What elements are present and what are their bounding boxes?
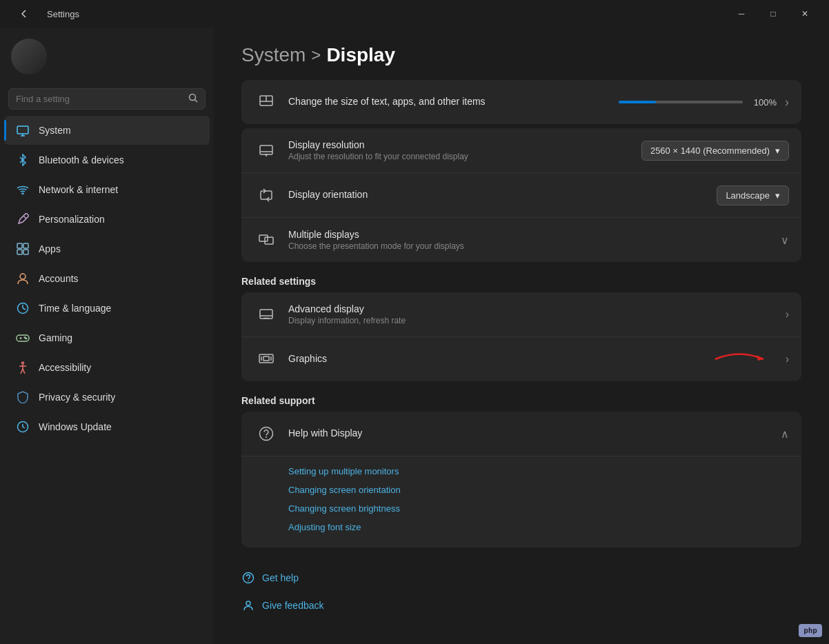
give-feedback-icon [241, 598, 255, 612]
svg-rect-31 [265, 237, 273, 244]
resolution-title: Display resolution [288, 139, 641, 150]
sidebar-item-time[interactable]: Time & language [4, 294, 210, 323]
settings-item-orientation[interactable]: Display orientation Landscape ▾ [241, 173, 801, 218]
svg-point-20 [22, 362, 24, 364]
svg-line-1 [195, 100, 198, 103]
scale-slider[interactable] [619, 101, 743, 103]
orientation-control: Landscape ▾ [717, 185, 789, 205]
settings-item-help[interactable]: Help with Display ∧ [241, 412, 801, 456]
svg-rect-9 [17, 250, 22, 254]
link-font-size[interactable]: Adjusting font size [288, 518, 789, 536]
resolution-value: 2560 × 1440 (Recommended) [650, 145, 770, 156]
sidebar-label-bluetooth: Bluetooth & devices [39, 154, 124, 165]
avatar[interactable] [11, 39, 47, 74]
orientation-dropdown[interactable]: Landscape ▾ [717, 185, 789, 205]
personalization-icon [15, 212, 30, 227]
svg-point-40 [260, 427, 273, 441]
give-feedback-item[interactable]: Give feedback [241, 592, 801, 619]
chevron-down-multiple: ∨ [781, 234, 789, 247]
sidebar-label-accounts: Accounts [39, 273, 79, 284]
settings-item-scale[interactable]: Change the size of text, apps, and other… [241, 80, 801, 124]
settings-item-multiple-displays[interactable]: Multiple displays Choose the presentatio… [241, 218, 801, 262]
red-arrow-annotation [712, 345, 774, 373]
privacy-icon [15, 390, 30, 405]
graphics-icon [254, 347, 279, 372]
chevron-down-orientation: ▾ [775, 190, 780, 201]
link-screen-brightness[interactable]: Changing screen brightness [288, 499, 789, 518]
settings-item-resolution[interactable]: Display resolution Adjust the resolution… [241, 128, 801, 173]
svg-rect-10 [23, 250, 28, 254]
multiple-displays-icon [254, 228, 279, 252]
sidebar-item-bluetooth[interactable]: Bluetooth & devices [4, 145, 210, 174]
window-controls: ─ □ ✕ [726, 3, 821, 25]
link-screen-orientation[interactable]: Changing screen orientation [288, 481, 789, 499]
get-help-label: Get help [262, 572, 299, 583]
svg-point-11 [20, 274, 26, 279]
minimize-button[interactable]: ─ [726, 3, 757, 25]
resolution-dropdown[interactable]: 2560 × 1440 (Recommended) ▾ [641, 141, 789, 161]
sidebar-label-network: Network & internet [39, 184, 118, 195]
main-content: System > Display Change the size of text… [214, 28, 829, 644]
sidebar-item-privacy[interactable]: Privacy & security [4, 383, 210, 412]
svg-rect-8 [23, 243, 28, 248]
svg-rect-25 [260, 145, 272, 154]
breadcrumb-parent[interactable]: System [241, 44, 306, 66]
sidebar-label-apps: Apps [39, 243, 61, 254]
chevron-right-advanced: › [786, 308, 789, 321]
related-settings-header: Related settings [241, 276, 801, 287]
sidebar-item-apps[interactable]: Apps [4, 234, 210, 263]
orientation-text: Display orientation [288, 189, 717, 201]
maximize-button[interactable]: □ [757, 3, 789, 25]
breadcrumb: System > Display [241, 28, 801, 80]
get-help-icon [241, 571, 255, 585]
sidebar-label-gaming: Gaming [39, 332, 72, 343]
chevron-down-scale: › [785, 95, 789, 110]
sidebar-item-update[interactable]: Windows Update [4, 412, 210, 441]
close-button[interactable]: ✕ [789, 3, 821, 25]
sidebar-item-network[interactable]: Network & internet [4, 175, 210, 204]
get-help-item[interactable]: Get help [241, 564, 801, 592]
settings-item-graphics[interactable]: Graphics › [241, 337, 801, 381]
advanced-display-control: › [786, 308, 789, 321]
svg-point-5 [22, 193, 23, 194]
advanced-display-icon [254, 302, 279, 327]
svg-marker-39 [757, 355, 763, 361]
update-icon [15, 419, 30, 434]
sidebar-label-update: Windows Update [39, 421, 112, 432]
search-input[interactable] [16, 94, 183, 104]
time-icon [15, 301, 30, 316]
graphics-text: Graphics [288, 353, 786, 365]
sidebar: System Bluetooth & devices [0, 28, 214, 644]
scale-control: 100% › [619, 95, 789, 110]
svg-point-18 [24, 337, 26, 339]
accessibility-icon [15, 360, 30, 375]
back-button[interactable] [8, 3, 40, 25]
sidebar-item-accounts[interactable]: Accounts [4, 264, 210, 293]
breadcrumb-current: Display [326, 44, 395, 66]
search-icon [188, 93, 198, 105]
sidebar-label-accessibility: Accessibility [39, 362, 91, 373]
display-settings-section: Display resolution Adjust the resolution… [241, 128, 801, 262]
chevron-down-resolution: ▾ [775, 145, 780, 156]
sidebar-item-gaming[interactable]: Gaming [4, 323, 210, 352]
breadcrumb-separator: > [311, 46, 321, 65]
svg-rect-7 [17, 243, 22, 248]
multiple-displays-text: Multiple displays Choose the presentatio… [288, 229, 781, 251]
sidebar-item-accessibility[interactable]: Accessibility [4, 353, 210, 382]
sidebar-item-system[interactable]: System [4, 116, 210, 145]
sidebar-label-privacy: Privacy & security [39, 392, 115, 403]
settings-item-advanced-display[interactable]: Advanced display Display information, re… [241, 292, 801, 337]
svg-point-45 [246, 601, 250, 605]
related-support-header: Related support [241, 395, 801, 406]
sidebar-label-time: Time & language [39, 303, 111, 314]
svg-rect-30 [259, 235, 268, 241]
support-links: Setting up multiple monitors Changing sc… [241, 456, 801, 547]
link-multiple-monitors[interactable]: Setting up multiple monitors [288, 462, 789, 481]
graphics-control: › [786, 353, 789, 365]
sidebar-item-personalization[interactable]: Personalization [4, 205, 210, 234]
resolution-desc: Adjust the resolution to fit your connec… [288, 152, 641, 161]
bottom-actions: Get help Give feedback [241, 564, 801, 619]
search-box[interactable] [8, 88, 206, 110]
svg-point-19 [26, 338, 27, 339]
scale-text: Change the size of text, apps, and other… [288, 96, 619, 108]
